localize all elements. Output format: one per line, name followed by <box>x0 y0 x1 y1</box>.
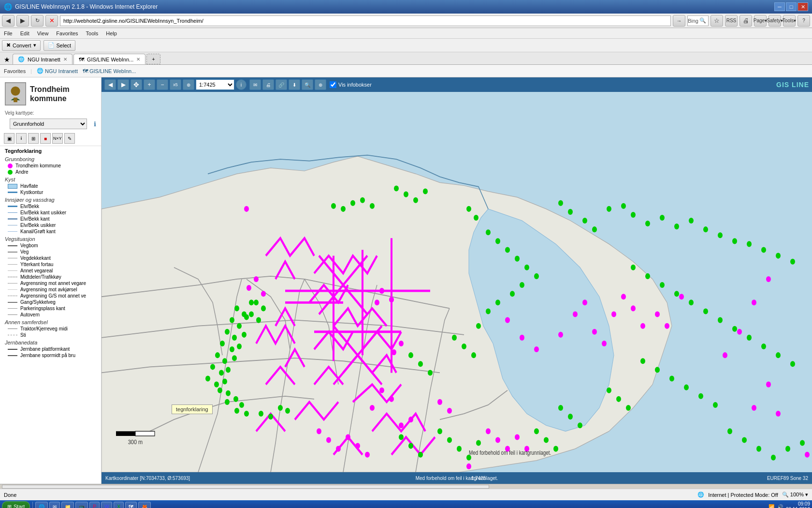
map-overview-btn[interactable]: ⊕ <box>183 79 194 90</box>
address-input[interactable] <box>60 15 671 26</box>
menu-view[interactable]: View <box>37 30 49 36</box>
select-button[interactable]: 📄 Select <box>44 40 76 51</box>
map-plus-btn[interactable]: ⊕ <box>315 79 326 90</box>
svg-point-45 <box>495 238 500 244</box>
map-link-btn[interactable]: 🔗 <box>276 79 287 90</box>
svg-point-64 <box>674 224 679 229</box>
taskbar-folder-icon: 📁 <box>65 504 71 508</box>
tab-ngu[interactable]: 🌐 NGU Intranett ✕ <box>13 54 72 64</box>
add-favorites-button[interactable]: ☆ <box>710 15 723 27</box>
svg-point-132 <box>261 291 266 297</box>
tab-ngu-close[interactable]: ✕ <box>63 57 67 62</box>
horizontal-scrollbar[interactable] <box>0 484 812 489</box>
main-content: Trondheim kommune Velg karttype: Grunnfo… <box>0 77 812 484</box>
svg-point-154 <box>558 332 563 338</box>
legend-item-vegdekkekant: Vegdekkekant <box>0 255 101 261</box>
map-zoomout-btn[interactable]: − <box>157 79 168 90</box>
svg-point-72 <box>790 259 795 265</box>
map-search-btn[interactable]: 🔍 <box>302 79 313 90</box>
taskbar-gis[interactable]: 🗺 <box>125 502 137 508</box>
legend-item-jernbane-spormidt: Jernbane spormidt på bru <box>0 352 101 359</box>
minimize-button[interactable]: ─ <box>774 2 785 11</box>
tool-print[interactable]: ■ <box>40 133 51 144</box>
menu-edit[interactable]: Edit <box>20 30 29 36</box>
map-download-btn[interactable]: ⬇ <box>289 79 300 90</box>
svg-point-47 <box>515 256 520 262</box>
map-email-btn[interactable]: ✉ <box>249 79 261 90</box>
menu-favorites[interactable]: Favorites <box>56 30 78 36</box>
legend-line-elvbekk-kant <box>8 218 17 220</box>
map-type-select[interactable]: Grunnforhold Ortofoto Kart <box>10 119 87 129</box>
menu-help[interactable]: Help <box>106 30 117 36</box>
svg-point-145 <box>355 443 360 449</box>
forward-button[interactable]: ▶ <box>16 15 29 27</box>
legend-title: Tegnforklaring <box>0 146 101 155</box>
tab-gisline-close[interactable]: ✕ <box>136 57 140 62</box>
map-scale-select[interactable]: 1:7425 <box>196 79 234 90</box>
start-button[interactable]: ⊞ Start <box>2 501 30 508</box>
go-button[interactable]: → <box>673 15 685 27</box>
svg-point-41 <box>285 408 290 414</box>
close-button[interactable]: ✕ <box>798 2 808 11</box>
map-zoomin-btn[interactable]: + <box>144 79 155 90</box>
menu-tools[interactable]: Tools <box>86 30 99 36</box>
svg-point-113 <box>418 452 423 458</box>
tool-select[interactable]: ▣ <box>4 133 14 144</box>
safety-button[interactable]: Safety▾ <box>768 15 781 27</box>
new-tab-button[interactable]: + <box>146 54 160 64</box>
svg-point-97 <box>534 428 539 434</box>
svg-point-174 <box>486 428 491 434</box>
refresh-button[interactable]: ↻ <box>31 15 44 27</box>
page-button[interactable]: Page▾ <box>754 15 767 27</box>
convert-dropdown-icon[interactable]: ▾ <box>33 42 36 48</box>
svg-point-111 <box>399 434 404 440</box>
svg-point-112 <box>408 443 413 449</box>
legend-item-elvbekk-kant: Elv/Bekk kant <box>0 216 101 222</box>
tool-coords[interactable]: N×Y <box>52 133 63 144</box>
taskbar-excel[interactable]: X <box>114 502 124 508</box>
map-container[interactable]: ◀ ▶ ✥ + − x5 ⊕ 1:7425 i ✉ 🖨 🔗 ⬇ 🔍 ⊕ Vis … <box>102 77 812 484</box>
tool-info[interactable]: i <box>16 133 27 144</box>
map-forward-btn[interactable]: ▶ <box>117 79 129 90</box>
svg-point-49 <box>534 273 539 279</box>
taskbar-folder[interactable]: 📁 <box>61 502 74 508</box>
tool-layers[interactable]: ⊞ <box>28 133 39 144</box>
help-button[interactable]: ? <box>798 15 810 27</box>
taskbar-word[interactable]: W <box>101 502 112 508</box>
taskbar-firefox[interactable]: 🦊 <box>138 502 151 508</box>
taskbar-mail[interactable]: ✉ <box>49 502 60 508</box>
fav-item-gisline[interactable]: 🗺 GIS/LINE WebInn... <box>83 68 136 74</box>
svg-point-128 <box>471 352 476 358</box>
map-info-btn[interactable]: i <box>236 79 246 90</box>
tab-gisline[interactable]: 🗺 GIS/LINE WebInn... ✕ <box>73 54 145 64</box>
legend-item-parkering: Parkeringsplass kant <box>0 305 101 312</box>
legend-line-gang-sykkel <box>8 302 17 303</box>
tool-edit[interactable]: ✎ <box>64 133 75 144</box>
map-canvas[interactable]: 300 m Med forbehold om feil i kartgrunnl… <box>102 92 812 472</box>
menu-file[interactable]: File <box>4 30 13 36</box>
taskbar-powerpoint[interactable]: P <box>89 502 100 508</box>
stop-button[interactable]: ✕ <box>45 15 58 27</box>
map-pan-btn[interactable]: ✥ <box>130 79 142 90</box>
taskbar-media[interactable]: 📺 <box>75 502 88 508</box>
map-svg[interactable]: 300 m Med forbehold om feil i kartgrunnl… <box>102 92 812 472</box>
tools-button[interactable]: Tools▾ <box>783 15 796 27</box>
back-button[interactable]: ◀ <box>2 15 14 27</box>
map-print-btn[interactable]: 🖨 <box>262 79 274 90</box>
svg-point-146 <box>365 452 370 458</box>
map-type-info-icon[interactable]: ℹ <box>94 120 96 128</box>
rss-button[interactable]: RSS <box>725 15 738 27</box>
maximize-button[interactable]: □ <box>786 2 797 11</box>
svg-point-70 <box>761 247 766 253</box>
svg-point-122 <box>423 189 428 194</box>
taskbar-ie[interactable]: 🌐 <box>35 502 48 508</box>
favorites-star[interactable]: ★ <box>2 55 12 64</box>
print-button[interactable]: 🖨 <box>740 15 752 27</box>
map-coordinates: Kartkoordinater [N:7034733, Ø:573693] <box>105 476 190 481</box>
convert-button[interactable]: ✖ Convert ▾ <box>2 40 41 51</box>
fav-item-ngu[interactable]: 🌐 NGU Intranett <box>37 68 78 74</box>
vis-infobokser-checkbox[interactable] <box>330 81 336 88</box>
scrollbar-thumb[interactable] <box>2 485 489 489</box>
map-back-btn[interactable]: ◀ <box>104 79 116 90</box>
map-zoom5-btn[interactable]: x5 <box>170 79 181 90</box>
